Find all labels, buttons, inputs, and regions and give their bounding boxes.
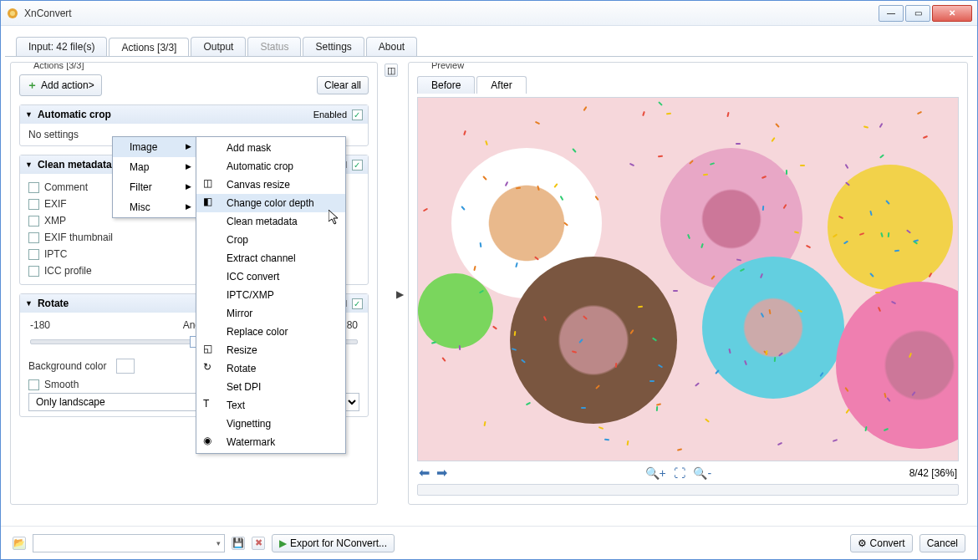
- zoom-in-button[interactable]: 🔍+: [645, 466, 666, 480]
- smooth-checkbox[interactable]: [28, 379, 39, 390]
- menu-item-label: Image: [130, 141, 157, 153]
- tab-actions[interactable]: Actions [3/3]: [109, 38, 189, 57]
- action-header-auto-crop[interactable]: ▼ Automatic crop Enabled: [20, 105, 368, 124]
- submenu-item[interactable]: ◱Resize: [196, 341, 345, 359]
- app-icon: [6, 7, 19, 20]
- metadata-checkbox[interactable]: [28, 216, 39, 227]
- menu-item-label: Misc: [130, 201, 150, 213]
- metadata-item-label: ICC profile: [44, 265, 92, 277]
- image-submenu: Add maskAutomatic crop◫Canvas resize◧Cha…: [196, 136, 346, 454]
- submenu-item-label: IPTC/XMP: [227, 289, 274, 301]
- metadata-checkbox[interactable]: [28, 232, 39, 243]
- metadata-item-label: EXIF thumbnail: [44, 232, 113, 243]
- tab-input[interactable]: Input: 42 file(s): [16, 37, 107, 56]
- add-action-menu: Image▶Map▶Filter▶Misc▶: [112, 136, 197, 218]
- enabled-checkbox[interactable]: [352, 109, 363, 120]
- submenu-item[interactable]: Clean metadata: [196, 212, 345, 231]
- panel-image-icon[interactable]: ◫: [385, 64, 398, 77]
- metadata-checkbox[interactable]: [28, 199, 39, 210]
- metadata-item-label: Comment: [44, 181, 88, 193]
- submenu-item[interactable]: TText: [196, 396, 345, 415]
- submenu-item[interactable]: ↻Rotate: [196, 359, 345, 378]
- open-folder-button[interactable]: 📂: [13, 537, 26, 550]
- enabled-checkbox[interactable]: [352, 298, 363, 309]
- submenu-item-label: Mirror: [227, 308, 252, 319]
- menu-item-label: Map: [130, 161, 149, 173]
- menu-item-misc[interactable]: Misc▶: [113, 197, 196, 217]
- menu-item-filter[interactable]: Filter▶: [113, 177, 196, 197]
- zoom-out-button[interactable]: 🔍-: [693, 466, 711, 480]
- svg-point-1: [10, 11, 15, 16]
- tab-status: Status: [247, 37, 301, 56]
- submenu-item[interactable]: Extract channel: [196, 249, 345, 267]
- bgcolor-label: Background color: [28, 360, 106, 372]
- submenu-item-label: Clean metadata: [227, 216, 298, 227]
- action-icon: ◱: [203, 343, 216, 356]
- submenu-item-label: Extract channel: [227, 252, 296, 264]
- titlebar: XnConvert — ▭ ✕: [1, 1, 977, 26]
- submenu-item-label: ICC convert: [227, 271, 279, 283]
- submenu-item[interactable]: ◫Canvas resize: [196, 176, 345, 194]
- submenu-item[interactable]: Set DPI: [196, 378, 345, 396]
- enabled-label: Enabled: [313, 109, 347, 120]
- submenu-item[interactable]: Crop: [196, 231, 345, 249]
- prev-image-button[interactable]: ⬅: [419, 465, 430, 481]
- preview-tab-after[interactable]: After: [476, 76, 526, 94]
- export-label: Export for NConvert...: [290, 537, 387, 549]
- submenu-item-label: Set DPI: [227, 381, 261, 393]
- metadata-checkbox[interactable]: [28, 249, 39, 260]
- cursor-icon: [329, 210, 342, 227]
- collapse-arrow-icon[interactable]: ▶: [396, 288, 404, 300]
- tab-output[interactable]: Output: [191, 37, 246, 56]
- submenu-item[interactable]: Vignetting: [196, 415, 345, 433]
- tab-settings[interactable]: Settings: [303, 37, 364, 56]
- close-button[interactable]: ✕: [932, 5, 972, 22]
- convert-button[interactable]: ⚙Convert: [850, 534, 913, 552]
- tab-about[interactable]: About: [366, 37, 417, 56]
- delete-preset-button[interactable]: ✖: [252, 537, 265, 550]
- submenu-item[interactable]: ◉Watermark: [196, 433, 345, 451]
- submenu-item[interactable]: Add mask: [196, 139, 345, 157]
- maximize-button[interactable]: ▭: [905, 5, 930, 22]
- menu-item-map[interactable]: Map▶: [113, 157, 196, 177]
- action-icon: T: [203, 398, 216, 411]
- save-preset-button[interactable]: 💾: [232, 537, 245, 550]
- submenu-item[interactable]: ◧Change color depth: [196, 194, 345, 212]
- rotate-min: -180: [30, 319, 50, 331]
- menu-item-image[interactable]: Image▶: [113, 137, 196, 157]
- clear-all-button[interactable]: Clear all: [317, 76, 369, 94]
- fit-button[interactable]: ⛶: [674, 466, 685, 480]
- main-tab-strip: Input: 42 file(s) Actions [3/3] Output S…: [1, 34, 977, 56]
- submenu-item-label: Change color depth: [227, 197, 314, 209]
- submenu-arrow-icon: ▶: [186, 162, 191, 171]
- export-nconvert-button[interactable]: ▶Export for NConvert...: [272, 534, 395, 552]
- add-action-button[interactable]: ＋Add action>: [19, 74, 102, 96]
- preview-scrollbar[interactable]: [417, 484, 959, 496]
- action-icon: ◧: [203, 196, 216, 209]
- submenu-item[interactable]: Mirror: [196, 304, 345, 323]
- submenu-item[interactable]: ICC convert: [196, 267, 345, 286]
- metadata-item-label: IPTC: [44, 248, 67, 260]
- next-image-button[interactable]: ➡: [436, 465, 447, 481]
- action-icon: ◉: [203, 435, 216, 448]
- submenu-item-label: Resize: [227, 344, 257, 356]
- submenu-item-label: Rotate: [227, 363, 256, 374]
- submenu-item[interactable]: IPTC/XMP: [196, 286, 345, 304]
- action-icon: ◫: [203, 177, 216, 191]
- metadata-item-label: EXIF: [44, 198, 67, 210]
- convert-label: Convert: [870, 537, 905, 549]
- menu-item-label: Filter: [130, 181, 152, 193]
- enabled-checkbox[interactable]: [352, 160, 363, 171]
- preset-combo[interactable]: ▾: [33, 534, 225, 552]
- submenu-item-label: Crop: [227, 234, 248, 246]
- submenu-item[interactable]: Replace color: [196, 323, 345, 341]
- metadata-checkbox[interactable]: [28, 182, 39, 193]
- submenu-arrow-icon: ▶: [186, 142, 191, 150]
- metadata-checkbox[interactable]: [28, 266, 39, 277]
- minimize-button[interactable]: —: [879, 5, 904, 22]
- submenu-item-label: Add mask: [227, 142, 271, 154]
- bgcolor-swatch[interactable]: [116, 359, 135, 374]
- cancel-button[interactable]: Cancel: [919, 534, 965, 552]
- submenu-item[interactable]: Automatic crop: [196, 157, 345, 176]
- preview-tab-before[interactable]: Before: [417, 76, 475, 94]
